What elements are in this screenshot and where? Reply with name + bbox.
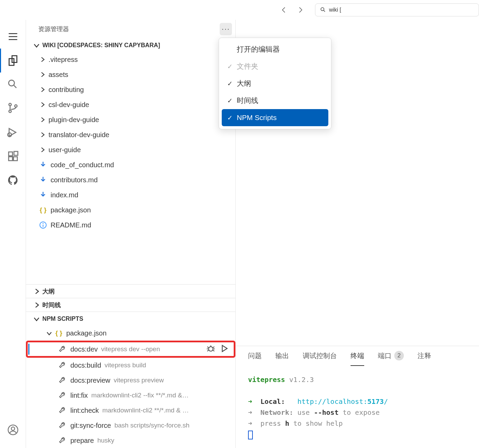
nav-back-button[interactable] bbox=[280, 6, 288, 14]
script-name: docs:build bbox=[70, 361, 101, 369]
sidebar-more-button[interactable]: ··· bbox=[220, 23, 232, 35]
chevron-right-icon bbox=[39, 86, 46, 93]
wrench-icon bbox=[59, 345, 67, 353]
script-name: git:sync-force bbox=[70, 422, 111, 430]
folder-assets[interactable]: assets bbox=[26, 67, 235, 82]
folder-user-guide[interactable]: user-guide bbox=[26, 142, 235, 157]
modified-file-icon bbox=[39, 191, 47, 199]
check-icon: ✓ bbox=[227, 97, 237, 105]
check-icon: ✓ bbox=[227, 80, 237, 88]
folder-plugin-dev-guide[interactable]: plugin-dev-guide bbox=[26, 112, 235, 127]
npm-script-docs-preview[interactable]: docs:previewvitepress preview bbox=[26, 373, 235, 388]
tab-ports[interactable]: 端口2 bbox=[378, 346, 404, 366]
script-command: vitepress dev --open bbox=[101, 345, 160, 353]
npm-script-lint-check[interactable]: lint:checkmarkdownlint-cli2 **/*.md & … bbox=[26, 403, 235, 418]
bottom-panel: 问题 输出 调试控制台 终端 端口2 注释 vitepress v1.2.3 ➜… bbox=[236, 346, 479, 448]
script-command: vitepress build bbox=[105, 361, 146, 369]
script-name: docs:preview bbox=[70, 377, 110, 384]
wrench-icon bbox=[59, 436, 67, 445]
modified-file-icon bbox=[39, 161, 47, 169]
file-label: code_of_conduct.md bbox=[51, 161, 114, 169]
file-code_of_conduct.md[interactable]: code_of_conduct.md bbox=[26, 157, 235, 172]
chevron-down-icon bbox=[33, 41, 40, 49]
search-text: wiki [ bbox=[329, 7, 341, 13]
file-index.md[interactable]: index.md bbox=[26, 187, 235, 202]
npm-root-label: package.json bbox=[66, 329, 107, 337]
debug-script-button[interactable] bbox=[206, 344, 215, 355]
file-label: contributors.md bbox=[51, 176, 98, 184]
npm-script-docs-dev[interactable]: docs:devvitepress dev --open bbox=[26, 341, 235, 358]
dropdown-item-label: 文件夹 bbox=[237, 62, 258, 71]
activity-scm[interactable] bbox=[0, 96, 26, 120]
command-center-search[interactable]: wiki [ bbox=[315, 3, 479, 16]
npm-scripts-label: NPM SCRIPTS bbox=[42, 315, 83, 322]
chevron-right-icon bbox=[39, 101, 46, 108]
npm-script-prepare[interactable]: preparehusky bbox=[26, 433, 235, 448]
nav-forward-button[interactable] bbox=[297, 6, 305, 14]
folder-label: plugin-dev-guide bbox=[49, 116, 99, 124]
script-name: docs:dev bbox=[70, 345, 98, 353]
folder-label: translator-dev-guide bbox=[49, 131, 109, 139]
activity-accounts[interactable] bbox=[0, 418, 26, 442]
activity-bar bbox=[0, 20, 26, 448]
chevron-right-icon bbox=[39, 71, 46, 78]
folder-label: csl-dev-guide bbox=[49, 101, 89, 109]
activity-extensions[interactable] bbox=[0, 144, 26, 168]
file-contributors.md[interactable]: contributors.md bbox=[26, 172, 235, 187]
tab-problems[interactable]: 问题 bbox=[248, 346, 262, 366]
timeline-section[interactable]: 时间线 bbox=[26, 298, 235, 312]
npm-script-git-sync-force[interactable]: git:sync-forcebash scripts/sync-force.sh bbox=[26, 418, 235, 433]
activity-search[interactable] bbox=[0, 73, 26, 96]
script-command: markdownlint-cli2 --fix **/*.md &… bbox=[91, 392, 189, 399]
dropdown-item-文件夹[interactable]: ✓文件夹 bbox=[222, 58, 328, 75]
npm-package-json[interactable]: { } package.json bbox=[26, 326, 235, 341]
file-label: index.md bbox=[51, 191, 78, 199]
script-command: bash scripts/sync-force.sh bbox=[114, 422, 190, 429]
folder-contributing[interactable]: contributing bbox=[26, 82, 235, 97]
json-icon: { } bbox=[55, 329, 63, 337]
dropdown-item-NPM Scripts[interactable]: ✓NPM Scripts bbox=[222, 109, 328, 126]
dropdown-item-label: NPM Scripts bbox=[237, 114, 277, 122]
dropdown-item-时间线[interactable]: ✓时间线 bbox=[222, 92, 328, 109]
activity-github[interactable] bbox=[0, 168, 26, 192]
script-command: vitepress preview bbox=[114, 377, 164, 384]
explorer-sidebar: 资源管理器 ··· WIKI [CODESPACES: SHINY CAPYBA… bbox=[26, 20, 236, 448]
dropdown-item-大纲[interactable]: ✓大纲 bbox=[222, 75, 328, 92]
workspace-header[interactable]: WIKI [CODESPACES: SHINY CAPYBARA] bbox=[26, 38, 235, 52]
tab-terminal[interactable]: 终端 bbox=[351, 346, 364, 366]
folder-csl-dev-guide[interactable]: csl-dev-guide bbox=[26, 97, 235, 112]
ports-badge: 2 bbox=[394, 351, 404, 360]
outline-label: 大纲 bbox=[42, 287, 55, 295]
folder-translator-dev-guide[interactable]: translator-dev-guide bbox=[26, 127, 235, 142]
run-script-button[interactable] bbox=[220, 344, 229, 355]
tab-debug-console[interactable]: 调试控制台 bbox=[303, 346, 337, 366]
chevron-right-icon bbox=[39, 131, 46, 138]
tab-comments[interactable]: 注释 bbox=[418, 346, 431, 366]
folder-.vitepress[interactable]: .vitepress bbox=[26, 52, 235, 67]
workspace-name: WIKI [CODESPACES: SHINY CAPYBARA] bbox=[42, 42, 160, 49]
menu-button[interactable] bbox=[0, 25, 26, 49]
dropdown-item-打开的编辑器[interactable]: 打开的编辑器 bbox=[222, 41, 328, 58]
wrench-icon bbox=[59, 406, 67, 414]
chevron-right-icon bbox=[39, 146, 46, 153]
file-README.md[interactable]: README.md bbox=[26, 218, 235, 233]
file-package.json[interactable]: { }package.json bbox=[26, 202, 235, 218]
folder-label: .vitepress bbox=[49, 56, 78, 64]
outline-section[interactable]: 大纲 bbox=[26, 284, 235, 298]
activity-debug[interactable] bbox=[0, 120, 26, 144]
npm-script-lint-fix[interactable]: lint:fixmarkdownlint-cli2 --fix **/*.md … bbox=[26, 388, 235, 403]
terminal-output[interactable]: vitepress v1.2.3 ➜ Local: http://localho… bbox=[236, 366, 479, 448]
wrench-icon bbox=[59, 391, 67, 399]
activity-explorer[interactable] bbox=[0, 49, 26, 73]
npm-scripts-section[interactable]: NPM SCRIPTS bbox=[26, 312, 235, 326]
npm-script-docs-build[interactable]: docs:buildvitepress build bbox=[26, 358, 235, 373]
sidebar-title: 资源管理器 bbox=[38, 25, 69, 33]
script-name: lint:check bbox=[70, 407, 99, 414]
chevron-right-icon bbox=[39, 116, 46, 123]
json-icon: { } bbox=[39, 206, 47, 214]
tab-output[interactable]: 输出 bbox=[275, 346, 289, 366]
info-icon bbox=[39, 221, 47, 229]
timeline-label: 时间线 bbox=[42, 301, 61, 309]
script-command: markdownlint-cli2 **/*.md & … bbox=[102, 407, 189, 414]
modified-file-icon bbox=[39, 176, 47, 184]
